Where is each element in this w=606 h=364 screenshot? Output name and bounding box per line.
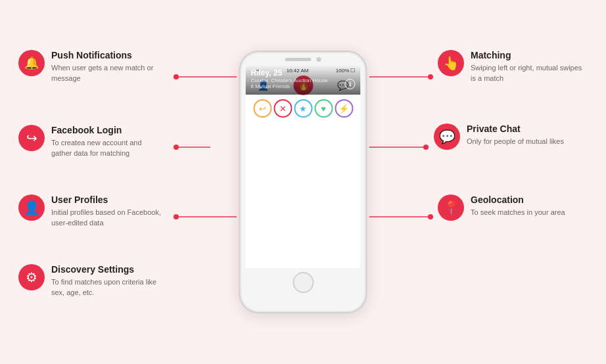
user-profiles-desc: Initial profiles based on Facebook, user… (51, 208, 163, 229)
user-job: Curator, Christie's Auction House (251, 78, 356, 83)
private-chat-title: Private Chat (467, 124, 564, 134)
discovery-settings-title: Discovery Settings (51, 264, 163, 275)
phone-screen: ··· ▾ 10:42 AM 100% ☐ 👤 🔥 💬 (246, 64, 361, 268)
user-mutual: 6 Mutual Friends (251, 83, 356, 89)
phone-frame: ··· ▾ 10:42 AM 100% ☐ 👤 🔥 💬 (239, 51, 367, 313)
svg-point-5 (174, 214, 179, 219)
info-button[interactable]: ℹ (345, 79, 356, 89)
matching-icon: 👆 (438, 50, 464, 76)
nope-button[interactable]: ✕ (273, 99, 292, 118)
feature-user-profiles: 👤 User Profiles Initial profiles based o… (18, 194, 163, 229)
discovery-settings-desc: To find matches upon criteria like sex, … (51, 277, 163, 298)
phone-speaker (285, 58, 312, 61)
boost-button[interactable]: ⚡ (335, 99, 353, 118)
facebook-login-icon: ↪ (18, 125, 45, 151)
facebook-login-text: Facebook Login To createa new account an… (51, 125, 163, 159)
phone-bottom (241, 268, 366, 298)
private-chat-text: Private Chat Only for people of mutual l… (467, 124, 564, 147)
facebook-login-desc: To createa new account and gather data f… (51, 138, 163, 159)
phone-camera (317, 57, 321, 62)
user-info-overlay: Riley, 25 Curator, Christie's Auction Ho… (246, 64, 361, 95)
feature-push-notifications: 🔔 Push Notifications When user gets a ne… (18, 50, 163, 84)
feature-facebook-login: ↪ Facebook Login To createa new account … (18, 125, 163, 159)
geolocation-title: Geolocation (471, 194, 565, 205)
svg-point-1 (174, 74, 179, 80)
private-chat-icon: 💬 (434, 124, 460, 150)
home-button[interactable] (292, 272, 314, 293)
phone-mockup: ··· ▾ 10:42 AM 100% ☐ 👤 🔥 💬 (239, 51, 367, 313)
feature-matching: 👆 Matching Swiping left or right, mutual… (438, 50, 582, 84)
matching-text: Matching Swiping left or right, mutual s… (471, 50, 582, 84)
rewind-button[interactable]: ↩ (253, 99, 271, 118)
feature-geolocation: 📍 Geolocation To seek matches in your ar… (438, 194, 582, 221)
user-profiles-icon: 👤 (18, 194, 45, 221)
push-notifications-desc: When user gets a new match or message (51, 63, 163, 84)
push-notifications-title: Push Notifications (51, 50, 163, 60)
matching-desc: Swiping left or right, mutual swipes is … (471, 63, 582, 84)
svg-point-11 (428, 214, 433, 219)
user-name: Riley, 25 (251, 68, 356, 78)
svg-point-7 (428, 74, 433, 80)
user-profiles-title: User Profiles (51, 194, 163, 205)
geolocation-icon: 📍 (438, 194, 464, 221)
phone-top-bar (241, 52, 366, 64)
push-notifications-icon: 🔔 (18, 50, 45, 76)
main-container: 🔔 Push Notifications When user gets a ne… (0, 0, 606, 364)
feature-private-chat: 💬 Private Chat Only for people of mutual… (434, 124, 578, 150)
feature-discovery-settings: ⚙ Discovery Settings To find matches upo… (18, 264, 163, 298)
action-buttons: ↩ ✕ ★ ♥ ⚡ (246, 95, 361, 122)
user-profiles-text: User Profiles Initial profiles based on … (51, 194, 163, 229)
like-button[interactable]: ♥ (314, 99, 333, 118)
svg-point-9 (423, 145, 429, 150)
svg-point-3 (174, 145, 179, 150)
geolocation-desc: To seek matches in your area (471, 208, 565, 218)
push-notifications-text: Push Notifications When user gets a new … (51, 50, 163, 84)
discovery-settings-text: Discovery Settings To find matches upon … (51, 264, 163, 298)
geolocation-text: Geolocation To seek matches in your area (471, 194, 565, 218)
matching-title: Matching (471, 50, 582, 60)
super-like-button[interactable]: ★ (294, 99, 312, 118)
facebook-login-title: Facebook Login (51, 125, 163, 135)
private-chat-desc: Only for people of mutual likes (467, 137, 564, 147)
discovery-settings-icon: ⚙ (18, 264, 45, 290)
